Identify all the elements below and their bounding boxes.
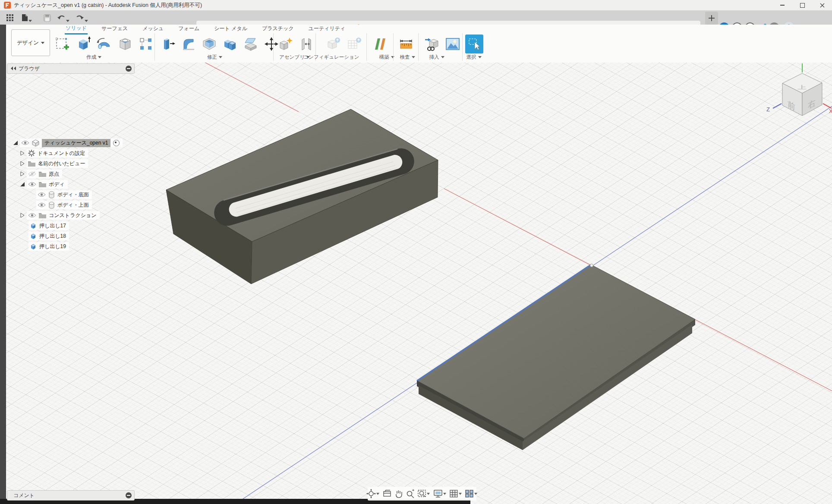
fit-icon[interactable] bbox=[417, 489, 431, 498]
expanded-triangle-icon[interactable] bbox=[13, 140, 18, 145]
browser-header[interactable]: ブラウザ bbox=[7, 63, 135, 74]
orbit-icon[interactable] bbox=[366, 489, 381, 498]
3d-scene[interactable]: 上 前 右 Y Z X bbox=[6, 63, 832, 504]
eye-icon[interactable] bbox=[28, 213, 36, 218]
tab-plastic[interactable]: プラスチック bbox=[261, 25, 295, 34]
tree-label[interactable]: 名前の付いたビュー bbox=[38, 160, 85, 167]
group-configuration-label[interactable]: コンフィギュレーション bbox=[304, 53, 360, 61]
file-menu-caret-icon[interactable] bbox=[28, 16, 32, 24]
tree-row-root[interactable]: ティッシュケース_open v1 bbox=[13, 138, 123, 148]
plate-body[interactable] bbox=[417, 265, 695, 450]
tree-row-extrude18[interactable]: 押し出し18 bbox=[28, 231, 69, 241]
save-icon[interactable] bbox=[42, 13, 52, 22]
measure-icon[interactable] bbox=[397, 35, 415, 54]
eye-hidden-icon[interactable] bbox=[28, 171, 36, 177]
side-panel-strip[interactable] bbox=[0, 25, 6, 504]
case-body[interactable] bbox=[166, 109, 438, 284]
group-insert-label[interactable]: 挿入 bbox=[424, 53, 450, 61]
tab-sheetmetal[interactable]: シート メタル bbox=[213, 25, 248, 34]
fit-caret-icon[interactable] bbox=[427, 493, 430, 495]
collapsed-triangle-icon[interactable] bbox=[20, 171, 25, 176]
zoom-icon[interactable] bbox=[405, 489, 416, 498]
tab-utilities[interactable]: ユーティリティ bbox=[308, 25, 347, 34]
group-select-label[interactable]: 選択 bbox=[461, 53, 487, 61]
tree-row-bodies[interactable]: ボディ bbox=[20, 179, 68, 189]
shell-icon[interactable] bbox=[200, 35, 218, 54]
redo-icon[interactable] bbox=[75, 13, 85, 22]
tab-mesh[interactable]: メッシュ bbox=[142, 25, 164, 34]
activate-radio[interactable] bbox=[113, 140, 120, 146]
viewport[interactable]: 上 前 右 Y Z X bbox=[6, 63, 832, 504]
tree-label[interactable]: ティッシュケース_open v1 bbox=[42, 139, 110, 147]
tab-form[interactable]: フォーム bbox=[177, 25, 200, 34]
joint-icon[interactable] bbox=[297, 35, 315, 54]
close-button[interactable] bbox=[812, 0, 832, 10]
eye-icon[interactable] bbox=[28, 182, 36, 187]
comments-minimize-icon[interactable] bbox=[126, 492, 132, 498]
extrude-icon[interactable] bbox=[75, 35, 93, 54]
tree-label[interactable]: 原点 bbox=[49, 170, 59, 178]
tree-label[interactable]: 押し出し18 bbox=[39, 233, 66, 240]
viewcube-top-label[interactable]: 上 bbox=[797, 85, 807, 90]
tree-label[interactable]: ボディ bbox=[49, 181, 65, 188]
configuration-table-icon[interactable] bbox=[345, 35, 363, 54]
tree-row-origin[interactable]: 原点 bbox=[20, 169, 62, 179]
eye-icon[interactable] bbox=[38, 202, 46, 208]
rectangular-pattern-icon[interactable] bbox=[137, 35, 155, 54]
tree-row-extrude19[interactable]: 押し出し19 bbox=[28, 241, 69, 252]
browser-minimize-icon[interactable] bbox=[126, 66, 132, 72]
construction-plane-icon[interactable] bbox=[371, 35, 389, 54]
look-at-icon[interactable] bbox=[382, 490, 392, 498]
tree-row-body-top[interactable]: ボディ・上面 bbox=[36, 200, 92, 210]
split-body-icon[interactable] bbox=[242, 35, 260, 54]
eye-icon[interactable] bbox=[38, 192, 46, 197]
tree-label[interactable]: ボディ・底面 bbox=[57, 191, 89, 198]
tree-label[interactable]: 押し出し17 bbox=[39, 222, 66, 230]
tree-label[interactable]: ドキュメントの設定 bbox=[38, 150, 85, 157]
tree-label[interactable]: ボディ・上面 bbox=[57, 202, 89, 209]
eye-icon[interactable] bbox=[21, 140, 29, 145]
create-sketch-icon[interactable] bbox=[54, 35, 72, 54]
undo-icon[interactable] bbox=[57, 13, 66, 22]
minimize-button[interactable] bbox=[772, 0, 792, 10]
tab-solid[interactable]: ソリッド bbox=[65, 24, 88, 35]
group-inspect-label[interactable]: 検査 bbox=[394, 53, 420, 61]
configure-icon[interactable] bbox=[325, 35, 343, 54]
comments-panel-header[interactable]: コメント bbox=[7, 490, 135, 501]
group-create-label[interactable]: 作成 bbox=[78, 53, 110, 61]
tree-row-named-views[interactable]: 名前の付いたビュー bbox=[20, 158, 88, 169]
app-grid-icon[interactable] bbox=[5, 13, 15, 22]
tab-surface[interactable]: サーフェス bbox=[101, 25, 129, 34]
tree-row-construction[interactable]: コンストラクション bbox=[20, 210, 100, 220]
viewports-caret-icon[interactable] bbox=[474, 493, 478, 495]
hole-icon[interactable] bbox=[116, 35, 134, 54]
display-caret-icon[interactable] bbox=[443, 493, 447, 495]
collapse-chevrons-icon[interactable] bbox=[11, 66, 16, 72]
canvas-icon[interactable] bbox=[444, 35, 462, 54]
new-component-icon[interactable] bbox=[277, 35, 295, 54]
origin-point[interactable] bbox=[590, 264, 593, 267]
press-pull-icon[interactable] bbox=[159, 35, 177, 54]
file-menu-icon[interactable] bbox=[20, 13, 29, 22]
redo-caret-icon[interactable] bbox=[85, 16, 88, 24]
grid-settings-icon[interactable] bbox=[449, 489, 463, 498]
workspace-selector[interactable]: デザイン bbox=[11, 29, 50, 56]
view-cube[interactable]: 上 前 右 Y Z X bbox=[766, 63, 832, 116]
tree-row-document-settings[interactable]: ドキュメントの設定 bbox=[20, 148, 88, 158]
expanded-triangle-icon[interactable] bbox=[20, 182, 25, 187]
combine-icon[interactable] bbox=[221, 35, 239, 54]
orbit-caret-icon[interactable] bbox=[376, 493, 380, 495]
insert-derive-icon[interactable] bbox=[423, 35, 441, 54]
tree-label[interactable]: コンストラクション bbox=[49, 212, 97, 219]
select-icon[interactable] bbox=[465, 35, 483, 54]
revolve-icon[interactable] bbox=[95, 35, 113, 54]
group-modify-label[interactable]: 修正 bbox=[196, 53, 233, 61]
maximize-button[interactable] bbox=[792, 0, 812, 10]
tree-label[interactable]: 押し出し19 bbox=[39, 243, 66, 250]
new-tab-button[interactable] bbox=[705, 12, 718, 25]
display-settings-icon[interactable] bbox=[432, 489, 448, 498]
fillet-icon[interactable] bbox=[180, 35, 198, 54]
tree-row-extrude17[interactable]: 押し出し17 bbox=[28, 220, 69, 231]
pan-icon[interactable] bbox=[394, 489, 404, 498]
tree-row-body-bottom[interactable]: ボディ・底面 bbox=[36, 189, 92, 200]
